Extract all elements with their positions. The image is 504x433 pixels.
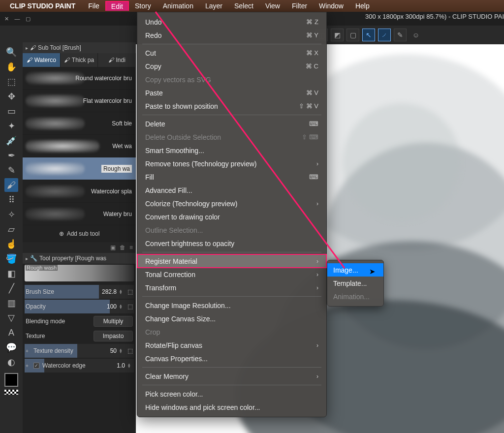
ruler-tool-icon[interactable]: ▽ [4, 311, 18, 325]
zoom-tool-icon[interactable]: 🔍 [4, 45, 18, 59]
tab-thick-paint[interactable]: 🖌Thick pa [61, 53, 98, 67]
menu-item-redo[interactable]: Redo⌘ Y [137, 29, 326, 42]
submenu-item-template[interactable]: Template... [327, 277, 383, 290]
pen-tool-icon[interactable]: ✒ [4, 149, 18, 162]
toolbar-btn-2[interactable]: ◩ [331, 29, 344, 41]
gradient-tool-icon[interactable]: ◧ [4, 267, 18, 280]
menu-item-delete[interactable]: Delete⌨ [137, 117, 326, 130]
brush-soft-bleed[interactable]: Soft ble [23, 112, 136, 135]
expand-icon[interactable]: + [26, 348, 31, 354]
prop-opacity[interactable]: Opacity 100 ▴▾ ⬚ [23, 299, 136, 314]
blend-tool-icon[interactable]: ☝ [4, 237, 18, 251]
menu-window[interactable]: Window [313, 0, 349, 11]
texture-dropdown[interactable]: Impasto [94, 331, 133, 341]
close-icon[interactable]: ✕ [3, 15, 10, 22]
minimize-icon[interactable]: — [14, 15, 21, 22]
stepper-icon[interactable]: ▴▾ [120, 304, 125, 309]
submenu-item-image[interactable]: Image... [327, 263, 383, 277]
hand-tool-icon[interactable]: ✋ [4, 60, 18, 74]
menu-item-pick-screen-color[interactable]: Pick screen color... [137, 387, 326, 401]
menu-item-undo[interactable]: Undo⌘ Z [137, 15, 326, 29]
link-icon[interactable]: ⬚ [127, 303, 133, 310]
brush-wet-wash[interactable]: Wet wa [23, 135, 136, 157]
menu-item-remove-tones-technology-preview[interactable]: Remove tones (Technology preview)› [137, 157, 326, 170]
eyedropper-tool-icon[interactable]: 💉 [4, 134, 18, 148]
correction-tool-icon[interactable]: ◐ [4, 355, 18, 369]
menu-story[interactable]: Story [129, 0, 157, 11]
menu-item-copy[interactable]: Copy⌘ C [137, 60, 326, 73]
toolbar-btn-5[interactable]: ⟋ [378, 29, 391, 41]
decoration-tool-icon[interactable]: ✧ [4, 208, 18, 221]
balloon-tool-icon[interactable]: 💬 [4, 340, 18, 354]
menu-edit[interactable]: Edit [105, 1, 129, 11]
object-tool-icon[interactable]: ⬚ [4, 75, 18, 89]
stepper-icon[interactable]: ▴▾ [120, 289, 125, 294]
airbrush-tool-icon[interactable]: ⠿ [4, 193, 18, 207]
menu-animation[interactable]: Animation [157, 0, 199, 11]
menu-select[interactable]: Select [228, 0, 259, 11]
toolbar-btn-6[interactable]: ✎ [394, 29, 407, 41]
duplicate-icon[interactable]: ▣ [110, 244, 116, 251]
foreground-color-swatch[interactable] [4, 373, 18, 387]
maximize-icon[interactable]: ▢ [25, 15, 32, 22]
wand-tool-icon[interactable]: ✦ [4, 119, 18, 133]
brush-round-watercolor[interactable]: Round watercolor bru [23, 67, 136, 90]
eraser-tool-icon[interactable]: ▱ [4, 222, 18, 236]
menu-item-rotate-flip-canvas[interactable]: Rotate/Flip canvas› [137, 339, 326, 352]
menu-item-cut[interactable]: Cut⌘ X [137, 46, 326, 60]
prop-watercolor-edge[interactable]: + ✓ Watercolor edge 1.0 ▴▾ [23, 358, 136, 373]
blending-mode-dropdown[interactable]: Multiply [94, 316, 133, 327]
menu-item-transform[interactable]: Transform› [137, 281, 326, 294]
brush-watery[interactable]: Watery bru [23, 203, 136, 225]
menu-file[interactable]: File [82, 0, 105, 11]
menu-item-fill[interactable]: Fill⌨ [137, 170, 326, 184]
menu-help[interactable]: Help [349, 0, 376, 11]
tab-watercolor[interactable]: 🖌Waterco [23, 53, 61, 67]
move-tool-icon[interactable]: ✥ [4, 90, 18, 103]
tool-property-header[interactable]: ▸ 🔧 Tool property [Rough was [23, 253, 136, 264]
toolbar-btn-4[interactable]: ↖ [362, 29, 375, 41]
brush-watercolor-splash[interactable]: Watercolor spla [23, 180, 136, 203]
menu-item-hide-windows-and-pick-screen-color[interactable]: Hide windows and pick screen color... [137, 401, 326, 414]
brush-flat-watercolor[interactable]: Flat watercolor bru [23, 90, 136, 112]
stepper-icon[interactable]: ▴▾ [128, 363, 133, 368]
fill-tool-icon[interactable]: 🪣 [4, 252, 18, 266]
link-icon[interactable]: ⬚ [127, 347, 133, 354]
figure-tool-icon[interactable]: ╱ [4, 281, 18, 295]
toolbar-btn-3[interactable]: ▢ [346, 29, 359, 41]
frame-tool-icon[interactable]: ▥ [4, 296, 18, 310]
prop-brush-size[interactable]: Brush Size 282.8 ▴▾ ⬚ [23, 284, 136, 299]
menu-item-smart-smoothing[interactable]: Smart Smoothing... [137, 144, 326, 157]
menu-item-change-image-resolution[interactable]: Change Image Resolution... [137, 299, 326, 312]
marquee-tool-icon[interactable]: ▭ [4, 104, 18, 118]
stepper-icon[interactable]: ▴▾ [120, 348, 125, 353]
menu-item-advanced-fill[interactable]: Advanced Fill... [137, 184, 326, 197]
menu-item-clear-memory[interactable]: Clear Memory› [137, 370, 326, 383]
pencil-tool-icon[interactable]: ✎ [4, 163, 18, 177]
menu-item-paste[interactable]: Paste⌘ V [137, 86, 326, 99]
menu-layer[interactable]: Layer [199, 0, 228, 11]
watercolor-edge-checkbox[interactable]: ✓ [33, 363, 39, 369]
menu-item-paste-to-shown-position[interactable]: Paste to shown position⇧ ⌘ V [137, 99, 326, 113]
expand-icon[interactable]: + [26, 363, 31, 369]
text-tool-icon[interactable]: A [4, 326, 18, 340]
menu-item-canvas-properties[interactable]: Canvas Properties... [137, 352, 326, 365]
brush-rough-wash[interactable]: Rough wa [23, 157, 136, 180]
menu-item-convert-brightness-to-opacity[interactable]: Convert brightness to opacity [137, 237, 326, 250]
menu-view[interactable]: View [259, 0, 286, 11]
menu-item-colorize-technology-preview[interactable]: Colorize (Technology preview)› [137, 197, 326, 210]
trash-icon[interactable]: 🗑 [120, 244, 126, 251]
menu-item-register-material[interactable]: Register Material› [137, 254, 326, 268]
menu-item-convert-to-drawing-color[interactable]: Convert to drawing color [137, 210, 326, 223]
menu-item-tonal-correction[interactable]: Tonal Correction› [137, 268, 326, 281]
subtool-panel-header[interactable]: ▸ 🖌 Sub Tool [Brush] [23, 42, 136, 53]
prop-texture-density[interactable]: + Texture density 50 ▴▾ ⬚ [23, 343, 136, 358]
menu-icon[interactable]: ≡ [129, 244, 133, 251]
tab-india-ink[interactable]: 🖌Indi [98, 53, 136, 67]
toolbar-btn-7[interactable]: ☺ [410, 29, 422, 41]
link-icon[interactable]: ⬚ [127, 288, 133, 295]
menu-item-change-canvas-size[interactable]: Change Canvas Size... [137, 312, 326, 325]
add-sub-tool-button[interactable]: ⊕ Add sub tool [23, 225, 136, 242]
brush-tool-icon[interactable]: 🖌 [4, 178, 18, 192]
menu-filter[interactable]: Filter [286, 0, 313, 11]
